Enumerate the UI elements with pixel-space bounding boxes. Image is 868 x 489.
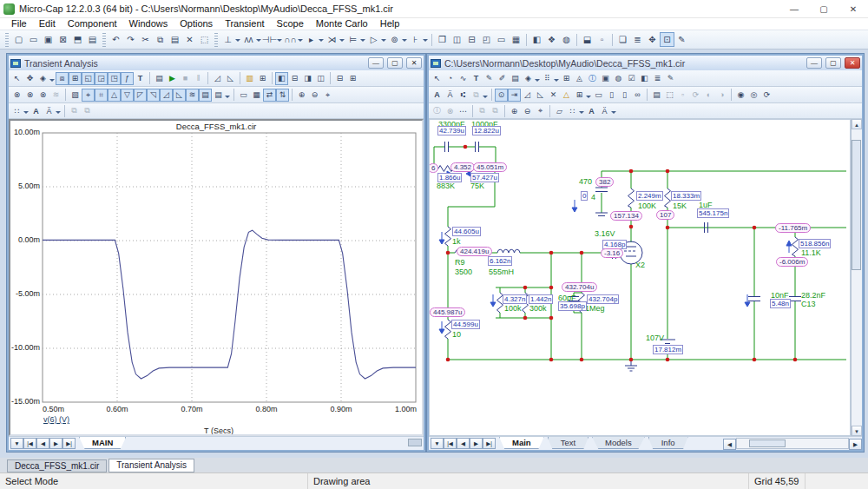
info-page-icon[interactable]: Ⓘ xyxy=(431,104,444,117)
inductor-component-icon[interactable]: ∩∩ xyxy=(283,32,298,47)
font-icon[interactable]: A xyxy=(585,104,598,117)
scale-mode-icon[interactable]: ⊞ xyxy=(69,72,82,85)
schematic-canvas[interactable]: 3300pF 1000pF 883K 75K 1k R9 3500 555mH … xyxy=(429,119,851,436)
tab-main[interactable]: Main xyxy=(499,437,544,449)
warning-icon[interactable]: △ xyxy=(560,89,573,102)
zoom-in-icon[interactable]: ⊕ xyxy=(295,89,308,102)
select-mode-icon[interactable]: ↖ xyxy=(431,72,444,85)
window-blank-icon[interactable]: ▭ xyxy=(494,32,509,47)
overlay-copy-icon[interactable]: ⧉ xyxy=(68,104,81,117)
scale-y-icon[interactable]: ◲ xyxy=(95,72,108,85)
tab-dropdown-button[interactable]: ▼ xyxy=(431,438,444,449)
checkbox-icon[interactable]: ☑ xyxy=(625,72,638,85)
grid-dots-icon[interactable]: ∷ xyxy=(566,104,579,117)
schematic-maximize-button[interactable]: ▢ xyxy=(825,57,841,69)
flip-vertical-icon[interactable]: ◑ xyxy=(715,89,728,102)
formula-icon[interactable]: ƒ xyxy=(121,72,134,85)
horizontal-scrollbar[interactable]: ◀ ▶ xyxy=(723,438,862,449)
list-icon[interactable]: ≣ xyxy=(651,72,664,85)
pane-single-icon[interactable]: ◧ xyxy=(275,72,288,85)
peak-icon[interactable]: ⌖ xyxy=(82,89,95,102)
tab-prev-button[interactable]: ◀ xyxy=(36,438,49,449)
tab-models[interactable]: Models xyxy=(592,437,645,449)
help-mode-icon[interactable]: ▣ xyxy=(599,72,612,85)
waveform-legend[interactable]: v(6) (V) xyxy=(43,415,69,424)
more-icon[interactable]: ⋯ xyxy=(457,104,470,117)
run-analysis-icon[interactable]: ⬓ xyxy=(580,32,595,47)
node-voltages-icon[interactable]: ⊙ xyxy=(495,89,508,102)
attribute-text-icon[interactable]: A xyxy=(431,89,444,102)
component-mode-icon[interactable]: ◔ xyxy=(444,72,457,85)
h-scroll-track[interactable] xyxy=(736,438,849,449)
zoom-out-icon[interactable]: ⊖ xyxy=(521,104,534,117)
select-box-icon[interactable]: ⬚ xyxy=(663,89,676,102)
small-window-icon[interactable]: ▫ xyxy=(595,32,609,47)
node-numbers-icon[interactable]: ⑆ xyxy=(457,89,470,102)
find-component-icon[interactable]: ◎ xyxy=(747,89,760,102)
menu-windows[interactable]: Windows xyxy=(123,18,174,30)
page-icon[interactable]: ▯ xyxy=(618,89,631,102)
region-enable-icon[interactable]: ◍ xyxy=(612,72,625,85)
open-file-icon[interactable]: ▭ xyxy=(26,32,41,47)
delete-icon[interactable]: ✕ xyxy=(182,32,197,47)
close-button[interactable]: ✕ xyxy=(838,0,868,18)
slope-up-icon[interactable]: ◿ xyxy=(211,72,224,85)
properties-icon[interactable]: ▤ xyxy=(650,89,663,102)
page-flip-icon[interactable]: ▱ xyxy=(553,104,566,117)
scroll-left-button[interactable]: ◀ xyxy=(723,439,736,450)
grid-settings-icon[interactable]: ∷ xyxy=(10,104,23,117)
doc-tab-transient[interactable]: Transient Analysis xyxy=(108,459,194,472)
mosfet-component-icon[interactable]: ⊨ xyxy=(345,32,360,47)
stop-icon[interactable]: ■ xyxy=(179,72,192,85)
wire-mode-icon[interactable]: ∿ xyxy=(457,72,470,85)
resistor-component-icon[interactable]: ʌʌ xyxy=(241,32,256,47)
copy-picture-icon[interactable]: ⧉ xyxy=(470,89,483,102)
scale-x-icon[interactable]: ◱ xyxy=(82,72,95,85)
capacitor-component-icon[interactable]: ⊣⊢ xyxy=(262,32,277,47)
high-icon[interactable]: △ xyxy=(108,89,121,102)
ground-component-icon[interactable]: ⊥ xyxy=(220,32,235,47)
info-icon[interactable]: Ⓘ xyxy=(586,72,599,85)
go-to-x-icon[interactable]: ▭ xyxy=(237,89,250,102)
shape-editor-icon[interactable]: ❖ xyxy=(544,32,559,47)
cursor-y-icon[interactable]: ⊗ xyxy=(23,89,36,102)
scroll-right-button[interactable]: ▶ xyxy=(849,439,862,450)
cascade-windows-icon[interactable]: ❐ xyxy=(435,32,450,47)
menu-scope[interactable]: Scope xyxy=(271,18,310,30)
flag-icon[interactable]: ◬ xyxy=(573,72,586,85)
h-scroll-thumb[interactable] xyxy=(749,439,786,447)
edit-icon[interactable]: ✎ xyxy=(664,72,677,85)
pan-mode-icon[interactable]: ✥ xyxy=(23,72,36,85)
source-component-icon[interactable]: ⊚ xyxy=(387,32,402,47)
scroll-down-button[interactable]: ▼ xyxy=(852,426,862,436)
calculator-icon[interactable]: ▦ xyxy=(509,32,523,47)
scroll-thumb[interactable] xyxy=(852,140,861,270)
bottom-icon[interactable]: ≋ xyxy=(186,89,199,102)
attribute-text2-icon[interactable]: Ä xyxy=(444,89,457,102)
tools-icon[interactable]: ✥ xyxy=(645,32,660,47)
link-icon[interactable]: ∞ xyxy=(631,89,644,102)
rotate-3d-icon[interactable]: ◈ xyxy=(36,72,49,85)
rotate-icon[interactable]: ◈ xyxy=(522,72,535,85)
valley-icon[interactable]: ⌗ xyxy=(95,89,108,102)
add-waveform-icon[interactable]: ⊞ xyxy=(256,72,269,85)
model-web-icon[interactable]: ◍ xyxy=(559,32,574,47)
select-mode-icon[interactable]: ↖ xyxy=(10,72,23,85)
cursor-fx-icon[interactable]: ⊗ xyxy=(36,89,49,102)
scroll-track[interactable] xyxy=(852,129,862,426)
close-info-icon[interactable]: ⊗ xyxy=(444,104,457,117)
split-icon[interactable]: ⊟ xyxy=(333,72,346,85)
color-icon[interactable]: ▥ xyxy=(243,72,256,85)
vertical-scrollbar[interactable]: ▲ ▼ xyxy=(851,119,862,436)
schematic-minimize-button[interactable]: — xyxy=(806,57,822,69)
tab-dropdown-button[interactable]: ▼ xyxy=(10,438,23,449)
tab-first-button[interactable]: |◀ xyxy=(444,438,457,449)
graphics-icon[interactable]: ✐ xyxy=(496,72,509,85)
tab-next-button[interactable]: ▶ xyxy=(470,438,483,449)
join-icon[interactable]: ⊞ xyxy=(346,72,359,85)
redo-icon[interactable]: ↷ xyxy=(123,32,138,47)
menu-file[interactable]: File xyxy=(5,18,33,30)
save-file-icon[interactable]: ▣ xyxy=(41,32,56,47)
tab-last-button[interactable]: ▶| xyxy=(62,438,76,449)
component-panel-icon[interactable]: ◧ xyxy=(529,32,544,47)
